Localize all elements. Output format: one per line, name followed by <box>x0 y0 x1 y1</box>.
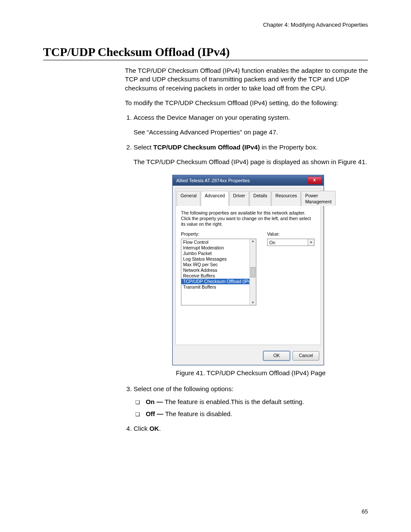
page-number: 65 <box>362 508 368 515</box>
step-4-bold: OK <box>149 425 159 432</box>
tab-power-management[interactable]: Power Management <box>301 191 335 206</box>
scroll-down-icon[interactable]: ▼ <box>251 301 255 305</box>
value-label: Value: <box>267 231 315 237</box>
listbox-scrollbar[interactable]: ▲ ▼ <box>249 239 256 305</box>
scroll-thumb[interactable] <box>250 267 255 277</box>
tab-strip: General Advanced Driver Details Resource… <box>176 189 321 206</box>
option-on-desc: The feature is enabled.This is the defau… <box>165 398 304 405</box>
chevron-down-icon[interactable]: ▼ <box>308 239 314 246</box>
dialog-figure: Allied Telesis AT-2874xx Properties x Ge… <box>172 175 368 365</box>
option-off: Off — The feature is disabled. <box>144 410 368 418</box>
step-2-bold: TCP/UDP Checksum Offload (IPv4) <box>153 143 260 151</box>
list-item[interactable]: Log Status Messages <box>181 256 250 261</box>
step-4-pre: Click <box>134 425 149 432</box>
step-2-sub: The TCP/UDP Checksum Offload (IPv4) page… <box>134 158 368 166</box>
step-1-text: Access the Device Manager on your operat… <box>134 114 290 121</box>
properties-dialog: Allied Telesis AT-2874xx Properties x Ge… <box>172 175 324 365</box>
dialog-title: Allied Telesis AT-2874xx Properties <box>176 177 250 184</box>
list-item[interactable]: Interrupt Moderation <box>181 245 250 250</box>
step-2-post: in the Property box. <box>260 143 318 151</box>
tab-details[interactable]: Details <box>249 191 271 206</box>
property-listbox[interactable]: Flow Control Interrupt Moderation Jumbo … <box>181 239 256 305</box>
tab-resources[interactable]: Resources <box>271 191 301 206</box>
step-3-text: Select one of the following options: <box>134 385 234 392</box>
chapter-header: Chapter 4: Modifying Advanced Properties <box>43 22 368 28</box>
option-off-desc: The feature is disabled. <box>165 410 232 417</box>
list-item[interactable]: Flow Control <box>181 239 250 245</box>
list-item[interactable]: Max IRQ per Sec <box>181 262 250 268</box>
value-combobox-text: On <box>269 240 275 246</box>
step-4-post: . <box>159 425 161 432</box>
step-1-sub: See “Accessing Advanced Properties” on p… <box>134 128 368 137</box>
intro-paragraph-1: The TCP/UDP Checksum Offload (IPv4) func… <box>125 66 368 93</box>
scroll-up-icon[interactable]: ▲ <box>251 239 255 243</box>
list-item[interactable]: Network Address <box>181 268 250 273</box>
list-item[interactable]: Receive Buffers <box>181 273 250 279</box>
option-off-label: Off — <box>146 410 165 417</box>
list-item-selected[interactable]: TCP/UDP Checksum Offload (IPv4 <box>181 279 250 284</box>
figure-caption: Figure 41. TCP/UDP Checksum Offload (IPv… <box>134 369 368 377</box>
intro-paragraph-2: To modify the TCP/UDP Checksum Offload (… <box>125 99 368 107</box>
step-3: Select one of the following options: On … <box>134 385 368 419</box>
step-4: Click OK. <box>134 424 368 433</box>
tab-advanced[interactable]: Advanced <box>201 191 229 206</box>
list-item[interactable]: Jumbo Packet <box>181 250 250 256</box>
property-label: Property: <box>181 231 258 237</box>
dialog-titlebar: Allied Telesis AT-2874xx Properties x <box>173 175 324 186</box>
dialog-description: The following properties are available f… <box>181 210 315 227</box>
tab-general[interactable]: General <box>177 191 200 206</box>
option-on-label: On — <box>146 398 165 405</box>
step-1: Access the Device Manager on your operat… <box>134 113 368 137</box>
tab-driver[interactable]: Driver <box>229 191 249 206</box>
option-on: On — The feature is enabled.This is the … <box>144 398 368 406</box>
ok-button[interactable]: OK <box>263 351 290 361</box>
cancel-button[interactable]: Cancel <box>293 351 319 361</box>
section-heading: TCP/UDP Checksum Offload (IPv4) <box>43 45 368 60</box>
step-2-pre: Select <box>134 143 153 151</box>
list-item[interactable]: Transmit Buffers <box>181 284 250 290</box>
step-2: Select TCP/UDP Checksum Offload (IPv4) i… <box>134 143 368 378</box>
close-button[interactable]: x <box>307 177 322 184</box>
value-combobox[interactable]: On ▼ <box>267 239 314 246</box>
